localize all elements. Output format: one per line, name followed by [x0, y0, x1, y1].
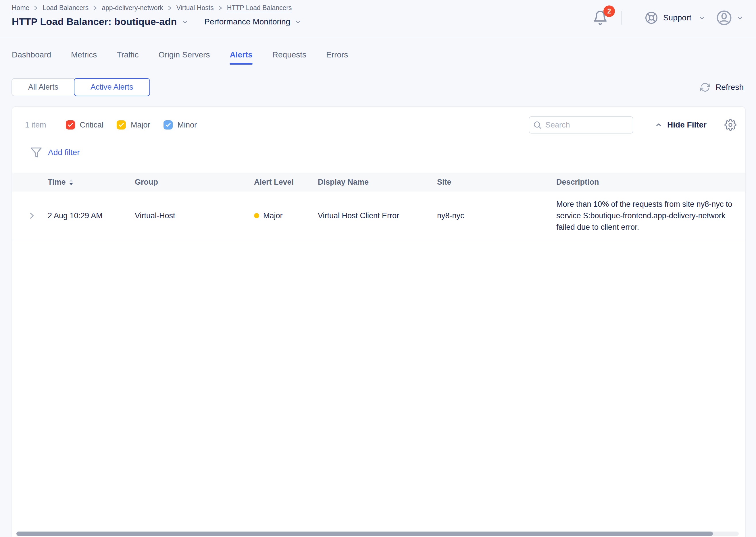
- sort-icon[interactable]: [69, 179, 73, 185]
- tab-alerts[interactable]: Alerts: [230, 43, 252, 66]
- top-header: Home Load Balancers app-delivery-network…: [0, 0, 756, 37]
- column-header-site: Site: [431, 178, 551, 186]
- item-count: 1 item: [25, 121, 46, 130]
- severity-filter-critical[interactable]: Critical: [66, 120, 104, 130]
- row-group-cell: Virtual-Host: [129, 211, 248, 220]
- severity-filter-major[interactable]: Major: [117, 120, 150, 130]
- row-display-name-cell: Virtual Host Client Error: [312, 211, 431, 220]
- major-label: Major: [131, 121, 150, 130]
- breadcrumb-home-link[interactable]: Home: [12, 4, 29, 12]
- active-alerts-button[interactable]: Active Alerts: [74, 78, 150, 96]
- column-header-group: Group: [129, 178, 248, 186]
- add-filter-button[interactable]: Add filter: [48, 148, 80, 157]
- support-label: Support: [663, 13, 691, 22]
- notification-badge: 2: [603, 6, 615, 17]
- title-dropdown-icon[interactable]: [181, 18, 189, 25]
- critical-checkbox[interactable]: [66, 120, 75, 130]
- tab-bar: Dashboard Metrics Traffic Origin Servers…: [0, 38, 756, 66]
- check-icon: [165, 122, 171, 128]
- alerts-controls-row: All Alerts Active Alerts Refresh: [12, 78, 744, 96]
- notifications-button[interactable]: 2: [593, 10, 608, 25]
- tab-errors[interactable]: Errors: [326, 43, 348, 66]
- search-icon: [533, 120, 542, 130]
- search-box: [529, 116, 633, 134]
- chevron-down-icon: [698, 14, 706, 21]
- alert-level-value: Major: [263, 211, 283, 220]
- row-expander-cell: [12, 211, 42, 220]
- filter-bar: 1 item Critical Major Minor: [12, 116, 745, 134]
- critical-label: Critical: [80, 121, 104, 130]
- chevron-right-expander-icon[interactable]: [27, 211, 36, 220]
- alerts-panel: 1 item Critical Major Minor: [12, 106, 746, 537]
- breadcrumb: Home Load Balancers app-delivery-network…: [12, 4, 292, 12]
- row-description-cell: More than 10% of the requests from site …: [551, 198, 745, 233]
- support-menu[interactable]: Support: [645, 11, 706, 24]
- search-input[interactable]: [529, 116, 633, 134]
- major-checkbox[interactable]: [117, 120, 126, 130]
- check-icon: [118, 122, 124, 128]
- check-icon: [67, 122, 73, 128]
- alerts-scope-toggle: All Alerts Active Alerts: [12, 78, 150, 96]
- breadcrumb-namespace[interactable]: app-delivery-network: [102, 4, 163, 12]
- minor-checkbox[interactable]: [163, 120, 173, 130]
- chevron-right-icon: [167, 5, 172, 12]
- chevron-down-icon: [736, 14, 744, 21]
- life-buoy-icon: [645, 11, 658, 24]
- breadcrumb-load-balancers[interactable]: Load Balancers: [43, 4, 88, 12]
- tab-requests[interactable]: Requests: [272, 43, 306, 66]
- chevron-right-icon: [218, 5, 223, 12]
- all-alerts-button[interactable]: All Alerts: [12, 78, 74, 96]
- tab-dashboard[interactable]: Dashboard: [12, 43, 51, 66]
- tab-origin-servers[interactable]: Origin Servers: [158, 43, 210, 66]
- column-header-alert-level: Alert Level: [248, 178, 312, 186]
- alert-table-row[interactable]: 2 Aug 10:29 AM Virtual-Host Major Virtua…: [12, 191, 745, 240]
- hide-filter-label: Hide Filter: [667, 120, 707, 130]
- chevron-up-icon: [654, 121, 663, 129]
- header-actions: 2 Support: [593, 7, 744, 29]
- view-selector-dropdown[interactable]: Performance Monitoring: [204, 17, 302, 26]
- user-avatar-icon: [716, 10, 732, 26]
- minor-label: Minor: [178, 121, 197, 130]
- row-site-cell: ny8-nyc: [431, 211, 551, 220]
- header-divider: [621, 11, 622, 25]
- gear-icon: [724, 119, 736, 131]
- hide-filter-button[interactable]: Hide Filter: [654, 120, 707, 130]
- column-header-time[interactable]: Time: [42, 178, 129, 186]
- row-alert-level-cell: Major: [248, 211, 312, 220]
- title-row: HTTP Load Balancer: boutique-adn Perform…: [12, 16, 302, 27]
- tab-traffic[interactable]: Traffic: [117, 43, 139, 66]
- tab-metrics[interactable]: Metrics: [71, 43, 97, 66]
- page-title: HTTP Load Balancer: boutique-adn: [12, 16, 177, 27]
- table-settings-button[interactable]: [724, 119, 736, 131]
- view-selector-label: Performance Monitoring: [204, 17, 290, 26]
- row-time-cell: 2 Aug 10:29 AM: [42, 211, 129, 220]
- breadcrumb-virtual-hosts[interactable]: Virtual Hosts: [176, 4, 214, 12]
- alerts-table: Time Group Alert Level Display Name Site…: [12, 173, 745, 240]
- refresh-icon: [700, 82, 710, 93]
- time-header-label: Time: [48, 178, 66, 186]
- horizontal-scrollbar-thumb[interactable]: [17, 531, 713, 536]
- funnel-icon: [30, 146, 42, 158]
- major-severity-dot-icon: [254, 213, 259, 218]
- column-header-display-name: Display Name: [312, 178, 431, 186]
- column-header-description: Description: [551, 178, 745, 186]
- add-filter-row: Add filter: [12, 146, 745, 159]
- breadcrumb-http-load-balancers-link[interactable]: HTTP Load Balancers: [227, 4, 292, 12]
- table-header-row: Time Group Alert Level Display Name Site…: [12, 173, 745, 191]
- refresh-button[interactable]: Refresh: [700, 82, 744, 93]
- chevron-right-icon: [93, 5, 97, 12]
- horizontal-scrollbar-track[interactable]: [17, 531, 739, 536]
- chevron-down-icon: [294, 18, 302, 25]
- refresh-label: Refresh: [716, 83, 744, 92]
- user-account-menu[interactable]: [716, 10, 744, 26]
- chevron-right-icon: [34, 5, 38, 12]
- severity-filter-minor[interactable]: Minor: [163, 120, 197, 130]
